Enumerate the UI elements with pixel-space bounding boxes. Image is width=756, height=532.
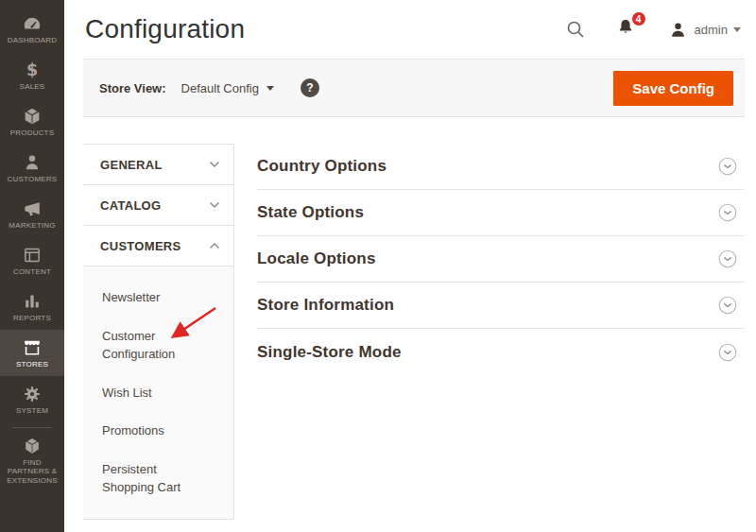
chevron-down-circle-icon [718,157,737,176]
sidebar-item-label: MARKETING [7,221,57,230]
settings-accordion: Country Options State Options Locale Opt… [257,144,745,375]
help-icon[interactable]: ? [301,78,319,97]
accordion-title: Store Information [257,296,394,315]
admin-sidebar: DASHBOARD $ SALES PRODUCTS CUSTOMERS MAR… [0,0,64,532]
system-icon [22,384,43,404]
header-actions: 4 admin [564,17,741,42]
section-label: GENERAL [100,158,163,172]
sidebar-item-system[interactable]: SYSTEM [0,376,64,422]
config-nav-item-newsletter[interactable]: Newsletter [83,279,233,317]
sidebar-item-marketing[interactable]: MARKETING [0,191,64,237]
chevron-down-circle-icon [718,203,737,222]
sidebar-item-label: REPORTS [11,314,53,322]
accordion-title: Country Options [257,157,387,176]
chevron-down-circle-icon [718,296,737,315]
dashboard-icon [22,13,43,34]
save-config-button[interactable]: Save Config [613,71,733,106]
accordion-section-locale-options[interactable]: Locale Options [257,236,745,283]
magento-admin-configuration-page: DASHBOARD $ SALES PRODUCTS CUSTOMERS MAR… [0,0,756,532]
sidebar-item-label: PRODUCTS [9,129,57,137]
config-nav-section-catalog[interactable]: CATALOG [83,185,233,226]
page-title: Configuration [85,14,245,44]
main-area: Configuration 4 admin Store View: [64,0,756,532]
chevron-down-circle-icon [718,249,737,268]
sidebar-item-content[interactable]: CONTENT [0,237,64,283]
accordion-title: State Options [257,203,364,222]
chevron-up-icon [209,242,220,249]
page-header: Configuration 4 admin [64,0,756,59]
sidebar-item-find-partners[interactable]: FIND PARTNERS & EXTENSIONS [0,433,64,488]
chevron-down-icon [266,86,274,91]
sidebar-item-label: CONTENT [11,267,53,276]
admin-user-menu[interactable]: admin [668,20,741,40]
store-view-value: Default Config [181,81,259,95]
search-icon[interactable] [564,18,587,41]
sidebar-item-reports[interactable]: REPORTS [0,283,64,330]
sidebar-item-sales[interactable]: $ SALES [0,52,64,98]
svg-text:$: $ [26,60,38,78]
accordion-title: Locale Options [257,249,376,268]
sidebar-item-stores[interactable]: STORES [0,330,64,376]
sidebar-item-dashboard[interactable]: DASHBOARD [0,6,64,52]
store-view-label: Store View: [99,81,166,95]
config-nav-item-persistent-shopping-cart[interactable]: Persistent Shopping Cart [83,451,225,507]
stores-icon [22,337,43,358]
sidebar-item-label: SYSTEM [14,406,50,415]
config-nav-section-customers[interactable]: CUSTOMERS [83,226,233,266]
sidebar-item-customers[interactable]: CUSTOMERS [0,145,64,191]
reports-icon [22,291,43,312]
config-nav-item-wish-list[interactable]: Wish List [83,374,233,413]
accordion-section-store-information[interactable]: Store Information [257,283,745,329]
marketing-icon [22,198,43,219]
user-name: admin [695,23,728,37]
customers-icon [22,152,43,173]
sales-icon: $ [22,60,43,80]
config-nav-section-general[interactable]: GENERAL [83,145,233,185]
sidebar-item-label: SALES [18,82,47,91]
user-icon [668,20,688,40]
store-view-toolbar: Store View: Default Config ? Save Config [83,59,745,117]
products-icon [22,106,43,127]
config-nav: GENERAL CATALOG CUSTOMERS Newsletter Cus… [83,144,234,520]
sidebar-item-label: CUSTOMERS [6,175,60,183]
accordion-section-single-store-mode[interactable]: Single-Store Mode [257,329,745,375]
content-icon [22,245,43,266]
sidebar-item-label: DASHBOARD [6,36,59,44]
section-label: CATALOG [100,198,161,213]
find-partners-icon [22,436,43,456]
section-label: CUSTOMERS [100,239,181,253]
customers-submenu: Newsletter Customer Configuration Wish L… [83,266,233,520]
config-nav-item-promotions[interactable]: Promotions [83,412,233,451]
chevron-down-icon [209,201,220,209]
sidebar-item-label: STORES [14,360,50,369]
notifications-bell-icon[interactable]: 4 [615,17,636,42]
sidebar-item-label: FIND PARTNERS & EXTENSIONS [0,458,64,485]
chevron-down-circle-icon [718,343,737,362]
config-nav-item-customer-configuration[interactable]: Customer Configuration [83,317,195,374]
accordion-title: Single-Store Mode [257,343,402,362]
chevron-down-icon [209,161,220,168]
accordion-section-state-options[interactable]: State Options [257,190,745,236]
store-view-switcher[interactable]: Default Config [181,81,274,95]
sidebar-item-products[interactable]: PRODUCTS [0,98,64,145]
sidebar-divider [12,427,52,428]
notification-count-badge[interactable]: 4 [631,11,646,26]
accordion-section-country-options[interactable]: Country Options [257,144,745,190]
content: GENERAL CATALOG CUSTOMERS Newsletter Cus… [83,144,745,532]
chevron-down-icon [733,27,741,32]
